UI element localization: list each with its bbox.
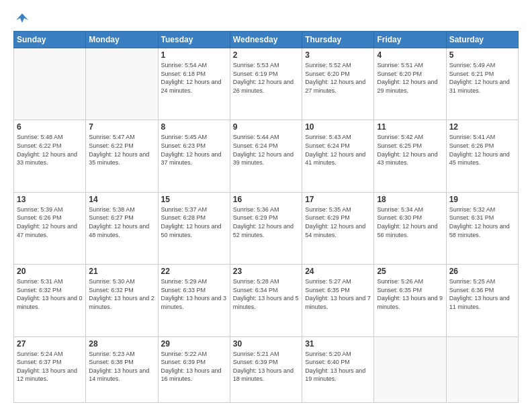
day-info: Sunrise: 5:53 AM Sunset: 6:19 PM Dayligh… xyxy=(233,61,299,95)
day-info: Sunrise: 5:41 AM Sunset: 6:26 PM Dayligh… xyxy=(449,133,515,167)
logo-bird-icon xyxy=(15,11,30,26)
day-info: Sunrise: 5:49 AM Sunset: 6:21 PM Dayligh… xyxy=(449,61,515,95)
day-info: Sunrise: 5:48 AM Sunset: 6:22 PM Dayligh… xyxy=(17,133,83,167)
day-number: 22 xyxy=(161,267,227,276)
calendar-cell: 10Sunrise: 5:43 AM Sunset: 6:24 PM Dayli… xyxy=(302,120,374,192)
calendar-cell: 24Sunrise: 5:27 AM Sunset: 6:35 PM Dayli… xyxy=(302,265,374,336)
calendar-cell: 13Sunrise: 5:39 AM Sunset: 6:26 PM Dayli… xyxy=(14,192,86,264)
calendar-cell: 28Sunrise: 5:23 AM Sunset: 6:38 PM Dayli… xyxy=(86,336,158,403)
day-info: Sunrise: 5:37 AM Sunset: 6:28 PM Dayligh… xyxy=(161,205,227,239)
day-info: Sunrise: 5:20 AM Sunset: 6:40 PM Dayligh… xyxy=(305,350,371,383)
day-info: Sunrise: 5:36 AM Sunset: 6:29 PM Dayligh… xyxy=(233,205,299,239)
day-number: 28 xyxy=(89,339,154,349)
day-info: Sunrise: 5:47 AM Sunset: 6:22 PM Dayligh… xyxy=(89,133,154,167)
calendar-cell: 21Sunrise: 5:30 AM Sunset: 6:32 PM Dayli… xyxy=(86,265,158,336)
day-number: 26 xyxy=(449,267,515,276)
calendar-cell: 11Sunrise: 5:42 AM Sunset: 6:25 PM Dayli… xyxy=(374,120,446,192)
day-number: 3 xyxy=(305,50,371,60)
day-info: Sunrise: 5:29 AM Sunset: 6:33 PM Dayligh… xyxy=(161,277,227,311)
calendar-week-1: 1Sunrise: 5:54 AM Sunset: 6:18 PM Daylig… xyxy=(14,48,519,120)
calendar-cell: 7Sunrise: 5:47 AM Sunset: 6:22 PM Daylig… xyxy=(86,120,158,192)
day-info: Sunrise: 5:51 AM Sunset: 6:20 PM Dayligh… xyxy=(377,61,443,95)
day-number: 24 xyxy=(305,267,371,276)
day-number: 25 xyxy=(377,267,443,276)
day-number: 31 xyxy=(305,339,371,349)
day-info: Sunrise: 5:45 AM Sunset: 6:23 PM Dayligh… xyxy=(161,133,227,167)
day-number: 16 xyxy=(233,195,299,204)
day-info: Sunrise: 5:22 AM Sunset: 6:39 PM Dayligh… xyxy=(161,350,227,383)
day-number: 13 xyxy=(17,195,83,204)
day-number: 27 xyxy=(17,339,83,349)
day-number: 9 xyxy=(233,122,299,132)
calendar-week-3: 13Sunrise: 5:39 AM Sunset: 6:26 PM Dayli… xyxy=(14,192,519,264)
calendar-cell: 4Sunrise: 5:51 AM Sunset: 6:20 PM Daylig… xyxy=(374,48,446,120)
day-info: Sunrise: 5:28 AM Sunset: 6:34 PM Dayligh… xyxy=(233,277,299,311)
calendar-cell xyxy=(446,336,518,403)
day-info: Sunrise: 5:24 AM Sunset: 6:37 PM Dayligh… xyxy=(17,350,83,383)
calendar-week-4: 20Sunrise: 5:31 AM Sunset: 6:32 PM Dayli… xyxy=(14,265,519,336)
day-info: Sunrise: 5:31 AM Sunset: 6:32 PM Dayligh… xyxy=(17,277,83,311)
day-info: Sunrise: 5:38 AM Sunset: 6:27 PM Dayligh… xyxy=(89,205,154,239)
weekday-header-tuesday: Tuesday xyxy=(158,32,230,48)
day-number: 23 xyxy=(233,267,299,276)
calendar-cell xyxy=(14,48,86,120)
day-number: 11 xyxy=(377,122,443,132)
calendar-cell: 18Sunrise: 5:34 AM Sunset: 6:30 PM Dayli… xyxy=(374,192,446,264)
day-info: Sunrise: 5:32 AM Sunset: 6:31 PM Dayligh… xyxy=(449,205,515,239)
day-number: 6 xyxy=(17,122,83,132)
day-number: 17 xyxy=(305,195,371,204)
calendar-cell: 26Sunrise: 5:25 AM Sunset: 6:36 PM Dayli… xyxy=(446,265,518,336)
day-number: 21 xyxy=(89,267,154,276)
calendar-cell: 8Sunrise: 5:45 AM Sunset: 6:23 PM Daylig… xyxy=(158,120,230,192)
weekday-header-saturday: Saturday xyxy=(446,32,518,48)
weekday-header-sunday: Sunday xyxy=(14,32,86,48)
calendar-cell: 9Sunrise: 5:44 AM Sunset: 6:24 PM Daylig… xyxy=(230,120,302,192)
calendar-cell: 12Sunrise: 5:41 AM Sunset: 6:26 PM Dayli… xyxy=(446,120,518,192)
day-info: Sunrise: 5:42 AM Sunset: 6:25 PM Dayligh… xyxy=(377,133,443,167)
calendar-week-2: 6Sunrise: 5:48 AM Sunset: 6:22 PM Daylig… xyxy=(14,120,519,192)
day-number: 20 xyxy=(17,267,83,276)
day-info: Sunrise: 5:43 AM Sunset: 6:24 PM Dayligh… xyxy=(305,133,371,167)
day-info: Sunrise: 5:39 AM Sunset: 6:26 PM Dayligh… xyxy=(17,205,83,239)
weekday-header-wednesday: Wednesday xyxy=(230,32,302,48)
calendar-cell xyxy=(86,48,158,120)
day-info: Sunrise: 5:52 AM Sunset: 6:20 PM Dayligh… xyxy=(305,61,371,95)
calendar-cell: 17Sunrise: 5:35 AM Sunset: 6:29 PM Dayli… xyxy=(302,192,374,264)
calendar-table: SundayMondayTuesdayWednesdayThursdayFrid… xyxy=(13,31,519,403)
calendar-cell: 20Sunrise: 5:31 AM Sunset: 6:32 PM Dayli… xyxy=(14,265,86,336)
day-info: Sunrise: 5:25 AM Sunset: 6:36 PM Dayligh… xyxy=(449,277,515,311)
day-number: 1 xyxy=(161,50,227,60)
day-info: Sunrise: 5:23 AM Sunset: 6:38 PM Dayligh… xyxy=(89,350,154,383)
day-number: 14 xyxy=(89,195,154,204)
weekday-header-monday: Monday xyxy=(86,32,158,48)
day-number: 30 xyxy=(233,339,299,349)
day-number: 15 xyxy=(161,195,227,204)
day-number: 29 xyxy=(161,339,227,349)
calendar-cell: 1Sunrise: 5:54 AM Sunset: 6:18 PM Daylig… xyxy=(158,48,230,120)
day-number: 2 xyxy=(233,50,299,60)
day-info: Sunrise: 5:44 AM Sunset: 6:24 PM Dayligh… xyxy=(233,133,299,167)
calendar-cell: 2Sunrise: 5:53 AM Sunset: 6:19 PM Daylig… xyxy=(230,48,302,120)
calendar-cell: 29Sunrise: 5:22 AM Sunset: 6:39 PM Dayli… xyxy=(158,336,230,403)
calendar-cell: 14Sunrise: 5:38 AM Sunset: 6:27 PM Dayli… xyxy=(86,192,158,264)
day-info: Sunrise: 5:30 AM Sunset: 6:32 PM Dayligh… xyxy=(89,277,154,311)
day-info: Sunrise: 5:26 AM Sunset: 6:35 PM Dayligh… xyxy=(377,277,443,311)
day-info: Sunrise: 5:54 AM Sunset: 6:18 PM Dayligh… xyxy=(161,61,227,95)
weekday-header-friday: Friday xyxy=(374,32,446,48)
day-info: Sunrise: 5:34 AM Sunset: 6:30 PM Dayligh… xyxy=(377,205,443,239)
calendar-cell: 22Sunrise: 5:29 AM Sunset: 6:33 PM Dayli… xyxy=(158,265,230,336)
day-number: 4 xyxy=(377,50,443,60)
calendar-cell: 23Sunrise: 5:28 AM Sunset: 6:34 PM Dayli… xyxy=(230,265,302,336)
calendar-cell: 25Sunrise: 5:26 AM Sunset: 6:35 PM Dayli… xyxy=(374,265,446,336)
calendar-cell: 19Sunrise: 5:32 AM Sunset: 6:31 PM Dayli… xyxy=(446,192,518,264)
day-number: 18 xyxy=(377,195,443,204)
logo xyxy=(13,11,30,26)
day-info: Sunrise: 5:35 AM Sunset: 6:29 PM Dayligh… xyxy=(305,205,371,239)
day-info: Sunrise: 5:27 AM Sunset: 6:35 PM Dayligh… xyxy=(305,277,371,311)
calendar-cell: 3Sunrise: 5:52 AM Sunset: 6:20 PM Daylig… xyxy=(302,48,374,120)
day-number: 8 xyxy=(161,122,227,132)
calendar-cell: 30Sunrise: 5:21 AM Sunset: 6:39 PM Dayli… xyxy=(230,336,302,403)
svg-marker-0 xyxy=(16,13,28,23)
calendar-cell: 6Sunrise: 5:48 AM Sunset: 6:22 PM Daylig… xyxy=(14,120,86,192)
day-number: 19 xyxy=(449,195,515,204)
